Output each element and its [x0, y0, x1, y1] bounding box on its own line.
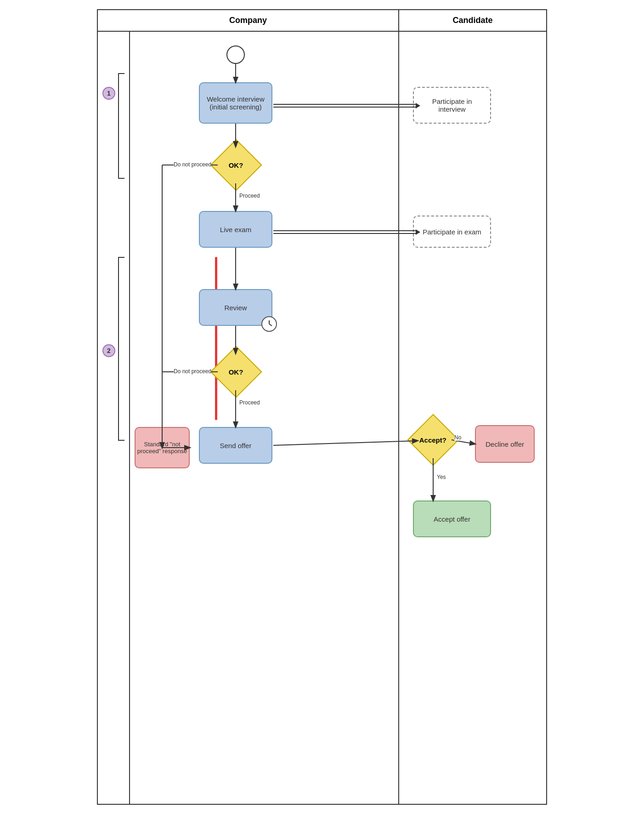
header-row: Company Candidate	[98, 10, 546, 32]
company-lane: Welcome interview (initial screening) OK…	[130, 32, 399, 804]
proceed-1-label: Proceed	[239, 193, 260, 199]
live-exam-box: Live exam	[199, 211, 272, 248]
proceed-2-label: Proceed	[239, 399, 260, 406]
welcome-interview-box: Welcome interview (initial screening)	[199, 82, 272, 124]
accept-offer-box: Accept offer	[413, 500, 491, 537]
left-annotations: 1 2	[98, 32, 130, 804]
header-candidate: Candidate	[399, 10, 546, 31]
header-company: Company	[98, 10, 399, 31]
decline-offer-box: Decline offer	[475, 425, 535, 463]
candidate-arrows-svg	[399, 32, 546, 804]
candidate-lane: Participate in interview Participate in …	[399, 32, 546, 804]
send-offer-box: Send offer	[199, 427, 272, 464]
red-bar	[215, 257, 217, 420]
annotation-bracket-1: 1	[102, 87, 117, 100]
company-arrows-svg	[130, 32, 398, 804]
bracket-number-2: 2	[102, 344, 115, 357]
do-not-proceed-1-label: Do not proceed	[174, 161, 211, 168]
start-circle	[226, 46, 245, 64]
clock-icon	[261, 316, 277, 332]
annotation-bracket-2: 2	[102, 344, 117, 357]
no-label: No	[454, 434, 461, 441]
not-proceed-box: Standard "not proceed" response	[135, 427, 190, 468]
ok1-diamond: OK?	[210, 139, 262, 191]
participate-exam-box: Participate in exam	[413, 216, 491, 248]
yes-label: Yes	[437, 474, 446, 480]
diagram-body: 1 2 Welco	[98, 32, 546, 804]
participate-interview-box: Participate in interview	[413, 87, 491, 124]
accept-diamond: Accept?	[407, 414, 459, 466]
ok2-diamond: OK?	[210, 346, 262, 398]
do-not-proceed-2-label: Do not proceed	[174, 368, 211, 375]
diagram-container: Company Candidate 1 2	[97, 9, 547, 805]
bracket-number-1: 1	[102, 87, 115, 100]
